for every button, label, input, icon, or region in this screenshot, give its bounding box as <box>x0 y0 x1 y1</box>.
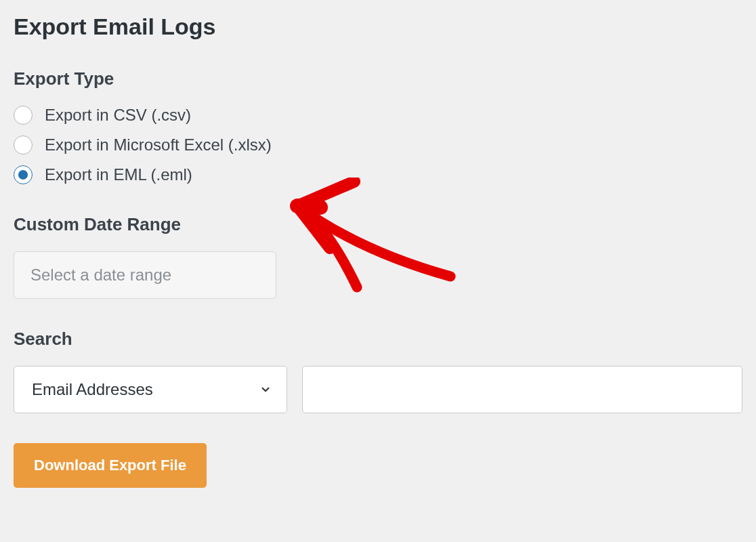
download-export-file-button[interactable]: Download Export File <box>14 443 207 488</box>
date-range-input[interactable]: Select a date range <box>14 251 276 299</box>
radio-icon <box>14 136 33 154</box>
export-type-option-eml[interactable]: Export in EML (.eml) <box>14 165 742 184</box>
search-select-value: Email Addresses <box>32 380 153 399</box>
download-section: Download Export File <box>14 443 742 488</box>
export-type-option-csv[interactable]: Export in CSV (.csv) <box>14 106 742 125</box>
chevron-down-icon <box>259 383 272 396</box>
search-field-select[interactable]: Email Addresses <box>14 366 287 413</box>
search-row: Email Addresses <box>14 366 742 413</box>
radio-icon <box>14 165 33 184</box>
page-title: Export Email Logs <box>14 14 742 40</box>
radio-icon <box>14 106 33 125</box>
custom-date-range-heading: Custom Date Range <box>14 214 742 235</box>
radio-label: Export in Microsoft Excel (.xlsx) <box>45 136 272 154</box>
export-type-option-xlsx[interactable]: Export in Microsoft Excel (.xlsx) <box>14 136 742 154</box>
export-type-radio-group: Export in CSV (.csv) Export in Microsoft… <box>14 106 742 184</box>
custom-date-range-section: Custom Date Range Select a date range <box>14 214 742 299</box>
export-email-logs-panel: Export Email Logs Export Type Export in … <box>14 14 742 488</box>
search-heading: Search <box>14 329 742 350</box>
radio-label: Export in CSV (.csv) <box>45 106 191 125</box>
export-type-section: Export Type Export in CSV (.csv) Export … <box>14 68 742 184</box>
radio-label: Export in EML (.eml) <box>45 165 192 184</box>
search-text-input[interactable] <box>302 366 742 413</box>
search-section: Search Email Addresses <box>14 329 742 413</box>
export-type-heading: Export Type <box>14 68 742 89</box>
date-range-placeholder: Select a date range <box>30 266 171 285</box>
